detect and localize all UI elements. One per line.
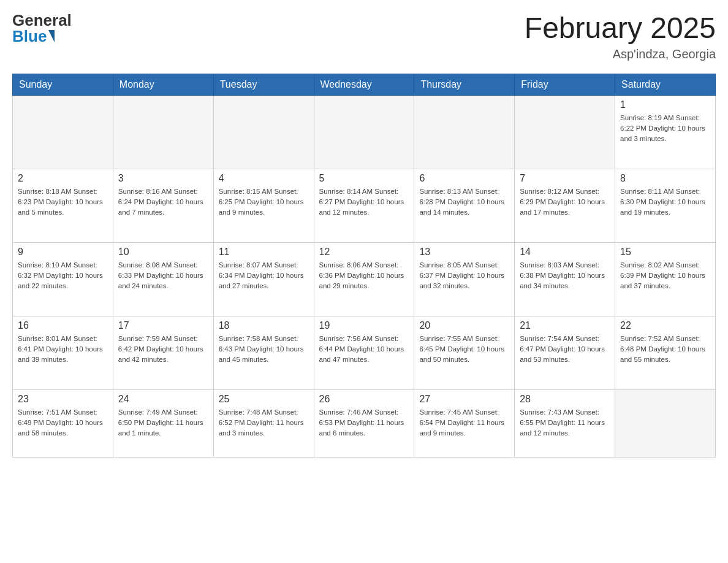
- day-number: 15: [620, 247, 710, 258]
- day-number: 17: [118, 320, 208, 331]
- calendar-cell: 26Sunrise: 7:46 AM Sunset: 6:53 PM Dayli…: [314, 389, 414, 457]
- day-info: Sunrise: 7:56 AM Sunset: 6:44 PM Dayligh…: [319, 334, 409, 366]
- day-info: Sunrise: 8:07 AM Sunset: 6:34 PM Dayligh…: [219, 260, 309, 292]
- day-info: Sunrise: 8:08 AM Sunset: 6:33 PM Dayligh…: [118, 260, 208, 292]
- day-info: Sunrise: 7:55 AM Sunset: 6:45 PM Dayligh…: [419, 334, 509, 366]
- day-number: 16: [18, 320, 108, 331]
- calendar-cell: [113, 95, 213, 169]
- day-number: 1: [620, 99, 710, 110]
- calendar-cell: [515, 95, 615, 169]
- calendar-header-tuesday: Tuesday: [213, 74, 314, 95]
- calendar-cell: 11Sunrise: 8:07 AM Sunset: 6:34 PM Dayli…: [213, 242, 314, 316]
- calendar-cell: 15Sunrise: 8:02 AM Sunset: 6:39 PM Dayli…: [615, 242, 716, 316]
- calendar-cell: 17Sunrise: 7:59 AM Sunset: 6:42 PM Dayli…: [113, 316, 213, 389]
- calendar-week-row: 2Sunrise: 8:18 AM Sunset: 6:23 PM Daylig…: [13, 169, 716, 242]
- day-number: 19: [319, 320, 409, 331]
- calendar-week-row: 1Sunrise: 8:19 AM Sunset: 6:22 PM Daylig…: [13, 95, 716, 169]
- day-info: Sunrise: 7:52 AM Sunset: 6:48 PM Dayligh…: [620, 334, 710, 366]
- calendar-header-friday: Friday: [515, 74, 615, 95]
- day-info: Sunrise: 8:18 AM Sunset: 6:23 PM Dayligh…: [18, 186, 108, 218]
- day-number: 26: [319, 394, 409, 405]
- day-info: Sunrise: 8:10 AM Sunset: 6:32 PM Dayligh…: [18, 260, 108, 292]
- calendar-cell: 25Sunrise: 7:48 AM Sunset: 6:52 PM Dayli…: [213, 389, 314, 457]
- calendar-header-monday: Monday: [113, 74, 213, 95]
- day-info: Sunrise: 7:45 AM Sunset: 6:54 PM Dayligh…: [419, 407, 509, 439]
- day-number: 20: [419, 320, 509, 331]
- calendar-cell: 2Sunrise: 8:18 AM Sunset: 6:23 PM Daylig…: [13, 169, 113, 242]
- day-info: Sunrise: 8:02 AM Sunset: 6:39 PM Dayligh…: [620, 260, 710, 292]
- day-number: 22: [620, 320, 710, 331]
- calendar-cell: [314, 95, 414, 169]
- calendar-cell: 3Sunrise: 8:16 AM Sunset: 6:24 PM Daylig…: [113, 169, 213, 242]
- day-number: 8: [620, 173, 710, 184]
- day-info: Sunrise: 8:16 AM Sunset: 6:24 PM Dayligh…: [118, 186, 208, 218]
- day-number: 25: [219, 394, 309, 405]
- title-section: February 2025 Asp'indza, Georgia: [525, 12, 716, 61]
- day-number: 24: [118, 394, 208, 405]
- day-info: Sunrise: 8:13 AM Sunset: 6:28 PM Dayligh…: [419, 186, 509, 218]
- day-info: Sunrise: 8:01 AM Sunset: 6:41 PM Dayligh…: [18, 334, 108, 366]
- day-info: Sunrise: 8:19 AM Sunset: 6:22 PM Dayligh…: [620, 113, 710, 145]
- calendar-week-row: 16Sunrise: 8:01 AM Sunset: 6:41 PM Dayli…: [13, 316, 716, 389]
- day-number: 6: [419, 173, 509, 184]
- logo-arrow-icon: [48, 30, 55, 42]
- calendar-cell: 13Sunrise: 8:05 AM Sunset: 6:37 PM Dayli…: [414, 242, 515, 316]
- day-number: 12: [319, 247, 409, 258]
- day-info: Sunrise: 8:11 AM Sunset: 6:30 PM Dayligh…: [620, 186, 710, 218]
- day-info: Sunrise: 7:49 AM Sunset: 6:50 PM Dayligh…: [118, 407, 208, 439]
- calendar-cell: 1Sunrise: 8:19 AM Sunset: 6:22 PM Daylig…: [615, 95, 716, 169]
- calendar-cell: [414, 95, 515, 169]
- page-header: General Blue February 2025 Asp'indza, Ge…: [12, 12, 716, 61]
- day-number: 13: [419, 247, 509, 258]
- calendar-cell: [213, 95, 314, 169]
- calendar-cell: 8Sunrise: 8:11 AM Sunset: 6:30 PM Daylig…: [615, 169, 716, 242]
- calendar-cell: 6Sunrise: 8:13 AM Sunset: 6:28 PM Daylig…: [414, 169, 515, 242]
- day-number: 3: [118, 173, 208, 184]
- calendar-cell: 12Sunrise: 8:06 AM Sunset: 6:36 PM Dayli…: [314, 242, 414, 316]
- calendar-header-row: SundayMondayTuesdayWednesdayThursdayFrid…: [13, 74, 716, 95]
- calendar-cell: 14Sunrise: 8:03 AM Sunset: 6:38 PM Dayli…: [515, 242, 615, 316]
- day-number: 10: [118, 247, 208, 258]
- calendar-cell: [13, 95, 113, 169]
- location-text: Asp'indza, Georgia: [525, 47, 716, 61]
- calendar-header-sunday: Sunday: [13, 74, 113, 95]
- calendar-week-row: 23Sunrise: 7:51 AM Sunset: 6:49 PM Dayli…: [13, 389, 716, 457]
- calendar-cell: 16Sunrise: 8:01 AM Sunset: 6:41 PM Dayli…: [13, 316, 113, 389]
- calendar-cell: 27Sunrise: 7:45 AM Sunset: 6:54 PM Dayli…: [414, 389, 515, 457]
- day-number: 23: [18, 394, 108, 405]
- day-number: 11: [219, 247, 309, 258]
- day-number: 14: [520, 247, 610, 258]
- day-number: 9: [18, 247, 108, 258]
- day-info: Sunrise: 8:06 AM Sunset: 6:36 PM Dayligh…: [319, 260, 409, 292]
- day-info: Sunrise: 7:51 AM Sunset: 6:49 PM Dayligh…: [18, 407, 108, 439]
- calendar-cell: 18Sunrise: 7:58 AM Sunset: 6:43 PM Dayli…: [213, 316, 314, 389]
- calendar-cell: 21Sunrise: 7:54 AM Sunset: 6:47 PM Dayli…: [515, 316, 615, 389]
- calendar-cell: 9Sunrise: 8:10 AM Sunset: 6:32 PM Daylig…: [13, 242, 113, 316]
- calendar-cell: 28Sunrise: 7:43 AM Sunset: 6:55 PM Dayli…: [515, 389, 615, 457]
- day-number: 4: [219, 173, 309, 184]
- day-number: 27: [419, 394, 509, 405]
- day-info: Sunrise: 7:58 AM Sunset: 6:43 PM Dayligh…: [219, 334, 309, 366]
- calendar-header-wednesday: Wednesday: [314, 74, 414, 95]
- day-info: Sunrise: 8:14 AM Sunset: 6:27 PM Dayligh…: [319, 186, 409, 218]
- day-info: Sunrise: 8:05 AM Sunset: 6:37 PM Dayligh…: [419, 260, 509, 292]
- day-number: 18: [219, 320, 309, 331]
- day-number: 2: [18, 173, 108, 184]
- logo-blue-text: Blue: [12, 28, 47, 44]
- day-info: Sunrise: 7:43 AM Sunset: 6:55 PM Dayligh…: [520, 407, 610, 439]
- day-number: 5: [319, 173, 409, 184]
- calendar-cell: 10Sunrise: 8:08 AM Sunset: 6:33 PM Dayli…: [113, 242, 213, 316]
- calendar-header-thursday: Thursday: [414, 74, 515, 95]
- calendar-cell: 22Sunrise: 7:52 AM Sunset: 6:48 PM Dayli…: [615, 316, 716, 389]
- calendar-week-row: 9Sunrise: 8:10 AM Sunset: 6:32 PM Daylig…: [13, 242, 716, 316]
- calendar-cell: 7Sunrise: 8:12 AM Sunset: 6:29 PM Daylig…: [515, 169, 615, 242]
- calendar-cell: 23Sunrise: 7:51 AM Sunset: 6:49 PM Dayli…: [13, 389, 113, 457]
- calendar-cell: [615, 389, 716, 457]
- calendar-cell: 24Sunrise: 7:49 AM Sunset: 6:50 PM Dayli…: [113, 389, 213, 457]
- day-info: Sunrise: 7:48 AM Sunset: 6:52 PM Dayligh…: [219, 407, 309, 439]
- calendar-cell: 4Sunrise: 8:15 AM Sunset: 6:25 PM Daylig…: [213, 169, 314, 242]
- logo-general-text: General: [12, 12, 72, 28]
- calendar-cell: 19Sunrise: 7:56 AM Sunset: 6:44 PM Dayli…: [314, 316, 414, 389]
- day-info: Sunrise: 8:12 AM Sunset: 6:29 PM Dayligh…: [520, 186, 610, 218]
- day-info: Sunrise: 7:54 AM Sunset: 6:47 PM Dayligh…: [520, 334, 610, 366]
